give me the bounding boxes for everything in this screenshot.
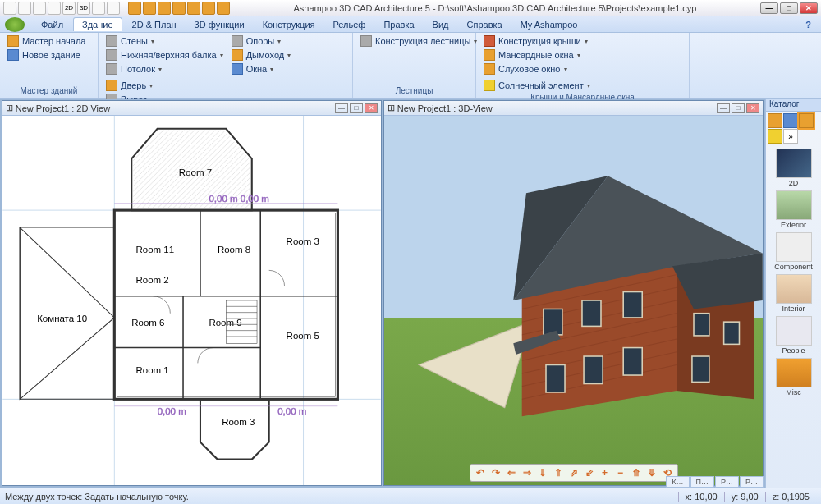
svg-text:Room 3: Room 3 <box>222 417 255 427</box>
bottom-tab-1[interactable]: П… <box>690 476 714 488</box>
label: Слуховое окно <box>498 64 561 74</box>
dormer-button[interactable]: Слуховое окно▾ <box>481 62 590 76</box>
roof-construction-button[interactable]: Конструкция крыши▾ <box>481 34 590 48</box>
views-container: ⊞ New Project1 : 2D View — □ ✕ <box>0 99 765 488</box>
new-building-button[interactable]: Новое здание <box>5 48 88 62</box>
beam-button[interactable]: Нижняя/верхняя балка▾ <box>103 48 226 62</box>
catalog-tab-2[interactable] <box>783 113 798 128</box>
menu-view[interactable]: Вид <box>424 18 457 31</box>
menu-2d-plan[interactable]: 2D & План <box>124 18 185 31</box>
chevron-down-icon: ▾ <box>564 66 567 73</box>
ceiling-button[interactable]: Потолок▾ <box>103 62 226 76</box>
close-button[interactable]: ✕ <box>800 2 818 14</box>
qa-grid-icon[interactable] <box>107 2 120 15</box>
nav-left-icon[interactable]: ⇐ <box>505 466 518 479</box>
nav-zoom-in-icon[interactable]: + <box>599 466 612 479</box>
catalog-item-2d[interactable]: 2D <box>773 149 814 187</box>
svg-text:Room 11: Room 11 <box>135 245 174 254</box>
view-3d-minimize[interactable]: — <box>717 103 730 113</box>
help-icon[interactable]: ? <box>800 20 816 30</box>
nav-tilt-down-icon[interactable]: ⤋ <box>645 466 658 479</box>
view-2d-minimize[interactable]: — <box>335 103 348 113</box>
supports-button[interactable]: Опоры▾ <box>229 34 294 48</box>
bottom-tab-3[interactable]: Р… <box>740 476 764 488</box>
catalog-item-people[interactable]: People <box>773 316 814 355</box>
chimney-button[interactable]: Дымоход▾ <box>229 48 294 62</box>
menu-building[interactable]: Здание <box>73 17 122 31</box>
solar-element-button[interactable]: Солнечный элемент▾ <box>481 79 593 92</box>
catalog-tabs: » <box>766 112 821 145</box>
menu-file[interactable]: Файл <box>33 18 71 31</box>
label: Потолок <box>121 64 155 74</box>
view-3d-titlebar[interactable]: ⊞ New Project1 : 3D-View — □ ✕ <box>384 101 763 116</box>
minimize-button[interactable]: — <box>760 2 778 14</box>
nav-up-icon[interactable]: ⇑ <box>552 466 565 479</box>
qa-snap2-icon[interactable] <box>143 2 156 15</box>
view-3d-maximize[interactable]: □ <box>732 103 745 113</box>
label: Нижняя/верхняя балка <box>121 50 217 60</box>
nav-orbit-left-icon[interactable]: ↶ <box>474 466 487 479</box>
qa-snap3-icon[interactable] <box>158 2 171 15</box>
qa-save-icon[interactable] <box>18 2 31 15</box>
catalog-list: 2D Exterior Component Interior People Mi… <box>766 145 821 488</box>
nav-forward-icon[interactable]: ⇗ <box>567 466 580 479</box>
menu-help[interactable]: Справка <box>459 18 511 31</box>
menu-construction[interactable]: Конструкция <box>255 18 323 31</box>
nav-down-icon[interactable]: ⇓ <box>536 466 549 479</box>
wizard-start-button[interactable]: Мастер начала <box>5 34 88 48</box>
nav-back-icon[interactable]: ⇙ <box>583 466 596 479</box>
windows-icon <box>232 63 243 75</box>
menu-my-ashampoo[interactable]: My Ashampoo <box>512 18 586 31</box>
label: Дымоход <box>246 50 285 60</box>
maximize-button[interactable]: □ <box>780 2 798 14</box>
qa-2d-icon[interactable]: 2D <box>62 2 76 15</box>
bottom-tab-0[interactable]: К… <box>666 476 689 488</box>
menu-edit[interactable]: Правка <box>375 18 422 31</box>
menu-terrain[interactable]: Рельеф <box>325 18 374 31</box>
qa-tile-icon[interactable] <box>92 2 105 15</box>
chevron-down-icon: ▾ <box>587 82 590 89</box>
ribbon-group-wizard: Мастер начала Новое здание Мастер зданий <box>0 33 99 98</box>
svg-text:Room 3: Room 3 <box>287 236 319 246</box>
label: Стены <box>121 36 148 46</box>
qa-3d-icon[interactable]: 3D <box>77 2 90 15</box>
chevron-down-icon: ▾ <box>287 52 291 59</box>
nav-zoom-out-icon[interactable]: − <box>614 466 627 479</box>
view-2d-close[interactable]: ✕ <box>365 103 378 113</box>
catalog-item-component[interactable]: Component <box>773 232 814 271</box>
catalog-tab-1[interactable] <box>768 113 782 128</box>
catalog-tab-4[interactable] <box>768 129 782 144</box>
windows-button[interactable]: Окна▾ <box>229 62 294 76</box>
skylight-button[interactable]: Мансардные окна▾ <box>481 48 590 62</box>
qa-snap7-icon[interactable] <box>217 2 230 15</box>
qa-undo-icon[interactable] <box>33 2 46 15</box>
catalog-tab-3-active[interactable] <box>799 113 814 128</box>
nav-right-icon[interactable]: ⇒ <box>521 466 534 479</box>
catalog-item-interior[interactable]: Interior <box>773 274 814 313</box>
qa-snap4-icon[interactable] <box>172 2 186 15</box>
view-3d-canvas[interactable]: ↶ ↷ ⇐ ⇒ ⇓ ⇑ ⇗ ⇙ + − ⤊ ⤋ ⟲ <box>384 116 763 485</box>
qa-snap1-icon[interactable] <box>128 2 141 15</box>
qa-snap5-icon[interactable] <box>187 2 200 15</box>
stair-construction-button[interactable]: Конструкция лестницы▾ <box>358 34 479 48</box>
roof-icon <box>484 35 495 47</box>
catalog-item-misc[interactable]: Misc <box>773 358 814 396</box>
app-menu-button[interactable] <box>5 17 25 32</box>
qa-snap6-icon[interactable] <box>202 2 215 15</box>
bottom-tab-2[interactable]: Р… <box>715 476 739 488</box>
catalog-item-exterior[interactable]: Exterior <box>773 190 814 229</box>
nav-tilt-up-icon[interactable]: ⤊ <box>630 466 643 479</box>
view-2d-maximize[interactable]: □ <box>350 103 363 113</box>
view-2d-canvas[interactable]: Комната 10 Room 7 <box>2 116 381 485</box>
catalog-tab-more[interactable]: » <box>783 129 798 144</box>
view-2d-titlebar[interactable]: ⊞ New Project1 : 2D View — □ ✕ <box>2 101 381 116</box>
svg-text:Room 9: Room 9 <box>209 318 241 328</box>
view-3d-close[interactable]: ✕ <box>746 103 759 113</box>
svg-rect-51 <box>544 309 562 334</box>
chimney-icon <box>232 49 243 61</box>
door-button[interactable]: Дверь▾ <box>103 79 158 92</box>
menu-3d-functions[interactable]: 3D функции <box>186 18 253 31</box>
nav-orbit-right-icon[interactable]: ↷ <box>489 466 502 479</box>
qa-redo-icon[interactable] <box>48 2 61 15</box>
walls-button[interactable]: Стены▾ <box>103 34 226 48</box>
